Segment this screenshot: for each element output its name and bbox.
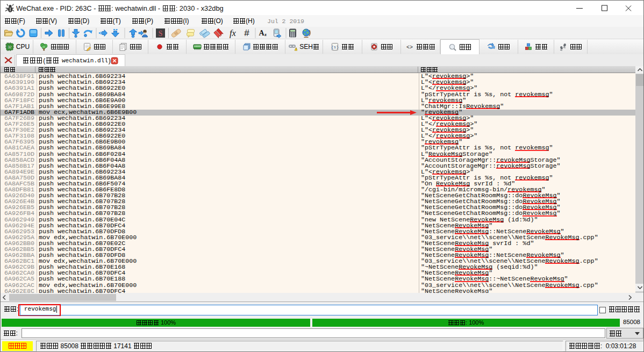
svg-text:A: A xyxy=(259,29,264,37)
svg-text:{s}: {s} xyxy=(331,45,339,49)
svg-text:32: 32 xyxy=(8,45,12,49)
svg-text:S: S xyxy=(159,30,163,38)
svg-text:#: # xyxy=(244,28,249,38)
svg-text:!: ! xyxy=(296,48,296,51)
svg-text:z: z xyxy=(264,32,267,37)
svg-text:<>: <> xyxy=(406,45,413,51)
svg-text:fx: fx xyxy=(230,28,237,38)
